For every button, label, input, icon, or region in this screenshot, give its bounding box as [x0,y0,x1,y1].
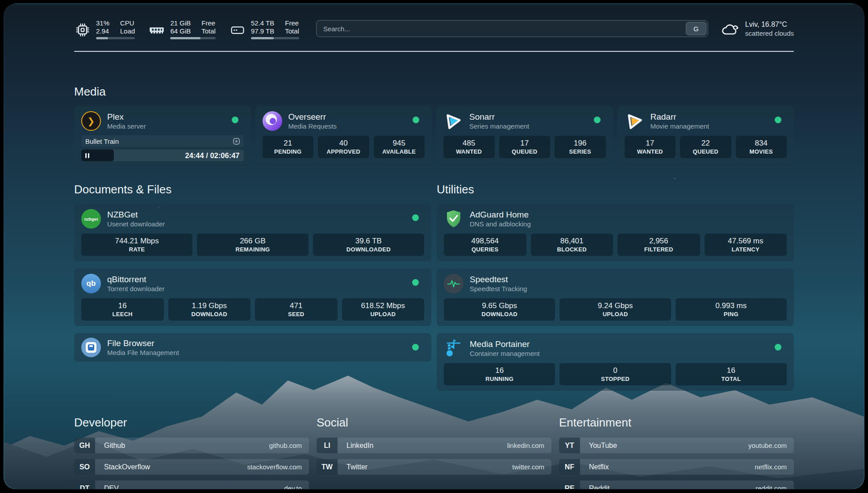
search-provider-button[interactable]: G [686,22,706,35]
bookmark-github[interactable]: GH Github github.com [74,438,309,453]
cpu-labels: CPU Load [120,19,135,35]
stat-value: 744.21 Mbps [115,237,159,246]
bookmark-stackoverflow[interactable]: SO StackOverflow stackoverflow.com [74,459,309,475]
qbittorrent-icon: qb [81,274,101,293]
adguard-description: DNS and adblocking [470,220,531,228]
stat-box: 16 LEECH [81,298,164,321]
cloud-icon [721,21,739,37]
speedtest-card[interactable]: Speedtest Speedtest Tracking 9.65 Gbps D… [437,268,794,326]
pause-icon[interactable] [85,153,87,158]
bookmark-name: Reddit [589,480,609,489]
plex-elapsed-pill [81,150,114,161]
stat-label: LATENCY [731,246,760,253]
section-title-documents: Documents & Files [74,183,431,196]
stat-label: STOPPED [601,376,630,382]
pause-icon[interactable] [88,153,89,158]
bookmark-abbr: GH [74,438,95,453]
qbittorrent-card[interactable]: qb qBittorrent Torrent downloader 16 LEE… [74,268,431,326]
stat-value: 471 [290,301,302,310]
sonarr-card[interactable]: Sonarr Series management 485 WANTED 17 Q… [436,106,613,167]
search-input[interactable] [316,20,708,37]
stat-box: 86,401 BLOCKED [531,234,613,256]
memory-resource-widget: 21 GiB 64 GiB Free Total [148,19,216,39]
stat-label: UPLOAD [603,311,628,318]
plex-description: Media server [107,122,146,130]
stat-value: 40 [339,139,348,148]
nzbget-description: Usenet downloader [107,220,165,228]
disk-total-value: 97.9 TB [251,27,274,35]
bookmark-domain: stackoverflow.com [247,459,302,475]
bookmark-name: YouTube [589,438,617,453]
stat-value: 2,956 [649,237,668,246]
bookmark-name: StackOverflow [104,459,150,475]
adguard-card[interactable]: AdGuard Home DNS and adblocking 498,564 … [437,204,794,261]
bookmark-domain: linkedin.com [507,438,544,453]
bookmark-name: Github [104,438,125,453]
stat-box: 17 WANTED [625,136,676,158]
filebrowser-card[interactable]: File Browser Media File Management [74,333,431,362]
stat-value: 16 [495,366,504,375]
section-title-entertainment: Entertainment [559,416,794,430]
section-title-developer: Developer [74,416,309,430]
adguard-title: AdGuard Home [470,209,531,220]
bookmark-abbr: SO [74,459,95,475]
bookmark-linkedin[interactable]: LI LinkedIn linkedin.com [317,438,551,453]
stat-value: 9.24 Gbps [598,301,633,310]
stat-box: 17 QUEUED [499,136,551,158]
bookmark-name: LinkedIn [346,438,374,453]
adguard-icon [444,209,463,229]
bookmark-group-developer: Developer GH Github github.com SO StackO… [74,416,309,489]
portainer-status-dot [775,344,781,351]
stat-label: RUNNING [485,376,513,382]
bookmark-dev[interactable]: DT DEV dev.to [74,480,309,489]
bookmark-netflix[interactable]: NF Netflix netflix.com [559,459,794,475]
bookmark-reddit[interactable]: RE Reddit reddit.com [559,480,794,489]
stat-box: 22 QUEUED [680,136,731,158]
bookmark-youtube[interactable]: YT YouTube youtube.com [559,438,794,453]
disk-values: 52.4 TB 97.9 TB [251,19,274,35]
stat-box: 39.6 TB DOWNLOADED [313,234,424,256]
qbittorrent-title: qBittorrent [107,274,164,284]
stat-box: 618.52 Mbps UPLOAD [342,298,425,321]
bookmark-abbr: YT [559,438,580,453]
stat-label: PING [724,311,739,318]
stat-label: UPLOAD [370,311,396,318]
stat-label: QUEUED [693,148,718,155]
cpu-resource-widget: 31% 2.94 CPU Load [74,19,135,39]
bookmark-abbr: DT [74,480,95,489]
radarr-icon [625,111,644,131]
memory-free-value: 21 GiB [170,19,191,27]
stat-box: 0.993 ms PING [676,298,787,321]
stat-value: 16 [118,301,127,310]
sonarr-status-dot [594,117,601,123]
plex-card[interactable]: ❯ Plex Media server Bullet Train [74,106,251,167]
stat-value: 196 [574,139,586,148]
disk-free-value: 52.4 TB [251,19,274,27]
stat-label: FILTERED [644,246,673,253]
filebrowser-status-dot [412,344,419,351]
memory-values: 21 GiB 64 GiB [170,19,191,35]
disk-free-label: Free [285,19,299,27]
radarr-description: Movie management [651,122,709,130]
cpu-load-label: Load [120,27,135,35]
bookmark-twitter[interactable]: TW Twitter twitter.com [317,459,551,475]
nzbget-card[interactable]: nzbget NZBGet Usenet downloader 744.21 M… [74,204,431,261]
stat-label: AVAILABLE [382,148,416,155]
nzbget-icon: nzbget [81,209,101,229]
stat-label: DOWNLOAD [481,311,517,318]
disk-icon [229,21,246,38]
dashboard-window: 31% 2.94 CPU Load [4,4,864,489]
stat-label: LEECH [112,311,133,318]
overseerr-status-dot [413,117,419,123]
overseerr-card[interactable]: Overseerr Media Requests 21 PENDING 40 A… [255,106,432,167]
stat-label: PENDING [274,148,301,155]
sonarr-icon [443,111,463,131]
stat-label: RATE [129,246,145,253]
stat-value: 0 [613,366,617,375]
overseerr-icon [263,111,282,131]
stat-value: 17 [520,139,529,148]
portainer-card[interactable]: Media Portainer Container management 16 … [437,333,794,391]
cpu-label: CPU [120,19,135,27]
radarr-card[interactable]: Radarr Movie management 17 WANTED 22 QUE… [618,106,794,167]
stat-value: 86,401 [560,237,584,246]
